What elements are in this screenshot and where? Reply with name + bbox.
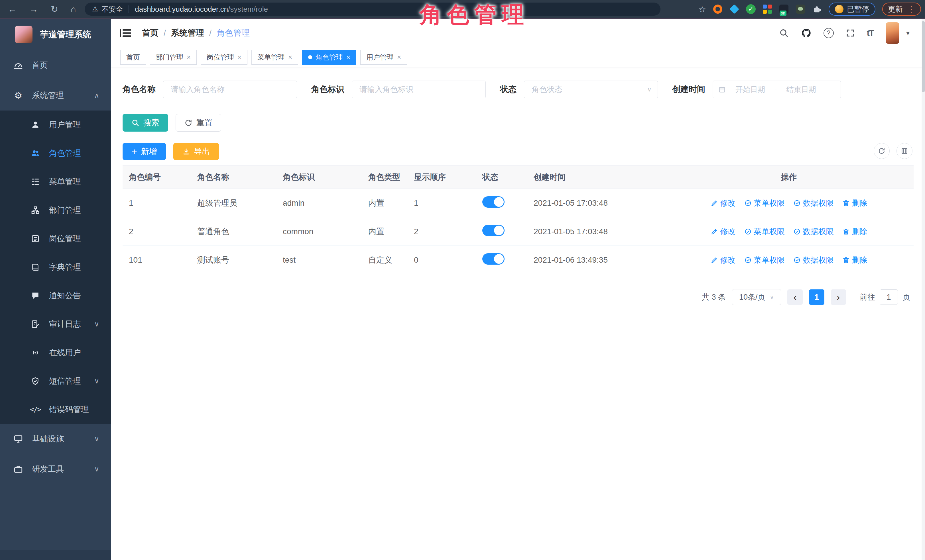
export-button-label: 导出 [194,146,210,157]
status-toggle[interactable] [482,225,505,236]
sidebar-item-dict[interactable]: 字典管理 [0,253,111,281]
breadcrumb-separator: / [209,29,211,38]
menu-permission-link[interactable]: 菜单权限 [744,255,785,265]
sidebar-item-roles[interactable]: 角色管理 [0,139,111,168]
close-icon[interactable]: × [288,53,292,61]
sidebar-item-users[interactable]: 用户管理 [0,111,111,139]
edit-link[interactable]: 修改 [711,255,736,265]
role-name-input[interactable] [163,81,297,98]
data-permission-label: 数据权限 [803,227,834,237]
browser-update-button[interactable]: 更新 ⋮ [882,3,921,16]
calendar-icon [718,86,726,93]
sidebar-item-home[interactable]: 首页 [0,50,111,80]
prev-page-button[interactable]: ‹ [787,290,803,305]
delete-link[interactable]: 删除 [842,227,868,237]
chevron-down-icon: ∨ [94,435,99,443]
status-toggle[interactable] [482,196,505,208]
delete-link[interactable]: 删除 [842,255,868,265]
extension-grid-icon[interactable] [762,4,772,14]
github-icon[interactable] [801,28,812,39]
data-permission-link[interactable]: 数据权限 [793,198,834,208]
close-icon[interactable]: × [346,53,350,61]
avatar-caret-icon[interactable]: ▾ [906,29,910,37]
sidebar-item-error-codes[interactable]: </> 错误码管理 [0,395,111,424]
tag-label: 岗位管理 [207,53,234,62]
role-key-input[interactable] [352,81,486,98]
sidebar-item-label: 错误码管理 [49,404,89,415]
page-size-select[interactable]: 10条/页 ∨ [732,289,781,305]
end-date-input[interactable] [780,85,823,94]
data-permission-link[interactable]: 数据权限 [793,227,834,237]
extension-monkey-icon[interactable] [795,4,805,14]
tag-users[interactable]: 用户管理× [360,50,407,65]
sidebar-item-departments[interactable]: 部门管理 [0,196,111,224]
home-icon[interactable]: ⌂ [71,5,76,14]
search-button[interactable]: 搜索 [123,114,168,132]
refresh-button[interactable] [874,143,890,159]
next-page-button[interactable]: › [831,290,846,305]
status-select[interactable] [524,81,658,98]
sidebar-item-infrastructure[interactable]: 基础设施 ∨ [0,424,111,454]
profile-paused-chip[interactable]: 已暂停 [829,3,875,16]
edit-link[interactable]: 修改 [711,227,736,237]
sidebar-item-sms[interactable]: 短信管理 ∨ [0,367,111,395]
reset-button[interactable]: 重置 [176,114,221,132]
edit-link[interactable]: 修改 [711,198,736,208]
start-date-input[interactable] [729,85,771,94]
back-icon[interactable]: ← [8,5,17,14]
avatar[interactable] [886,22,899,44]
close-icon[interactable]: × [238,53,241,61]
role-name-label: 角色名称 [123,84,156,95]
forward-icon[interactable]: → [29,5,38,14]
hamburger-icon[interactable] [120,28,131,38]
browser-menu-icon[interactable]: ⋮ [907,5,915,14]
close-icon[interactable]: × [187,53,191,61]
status-toggle[interactable] [482,253,505,264]
search-icon[interactable] [779,28,789,38]
goto-page: 前往 页 [860,290,910,305]
extension-dark-icon[interactable]: on [779,4,789,14]
browser-nav-buttons: ← → ↻ ⌂ [8,5,76,14]
tag-menus[interactable]: 菜单管理× [252,50,298,65]
delete-link[interactable]: 删除 [842,198,868,208]
current-page-button[interactable]: 1 [809,290,824,305]
help-icon[interactable]: ? [824,28,834,38]
date-range-picker[interactable]: - [713,81,841,98]
emoji-face-icon [835,5,844,14]
sidebar-item-online-users[interactable]: 在线用户 [0,338,111,367]
sidebar-item-system[interactable]: ⚙ 系统管理 ∧ [0,80,111,111]
puzzle-icon[interactable] [812,4,822,14]
sidebar-item-menus[interactable]: 菜单管理 [0,168,111,196]
goto-page-input[interactable] [880,290,898,305]
data-permission-link[interactable]: 数据权限 [793,255,834,265]
breadcrumb-home[interactable]: 首页 [142,27,158,39]
extension-orange-icon[interactable] [713,4,723,14]
column-settings-button[interactable] [896,143,913,159]
tag-roles-active[interactable]: 角色管理× [302,50,356,65]
tag-departments[interactable]: 部门管理× [150,50,197,65]
menu-permission-link[interactable]: 菜单权限 [744,198,785,208]
sidebar-item-posts[interactable]: 岗位管理 [0,224,111,253]
breadcrumb-section[interactable]: 系统管理 [171,27,204,39]
sidebar-item-notice[interactable]: 通知公告 [0,281,111,310]
font-size-icon[interactable]: tT [867,28,874,38]
chevron-down-icon: ∨ [94,465,99,473]
sidebar-item-dev-tools[interactable]: 研发工具 ∨ [0,454,111,484]
menu-permission-link[interactable]: 菜单权限 [744,227,785,237]
extension-green-icon[interactable]: ✓ [746,4,756,14]
plus-icon: + [131,147,137,156]
address-bar[interactable]: ⚠ 不安全 dashboard.yudao.iocoder.cn /system… [85,3,660,16]
export-button[interactable]: 导出 [173,143,219,160]
add-button[interactable]: + 新增 [123,143,166,160]
close-icon[interactable]: × [397,53,401,61]
bookmark-star-icon[interactable]: ☆ [698,4,706,14]
scrollbar-thumb[interactable] [922,21,925,92]
tag-home[interactable]: 首页 [120,50,146,65]
scrollbar-track[interactable] [922,19,925,560]
fullscreen-icon[interactable] [846,29,855,38]
extension-blue-icon[interactable] [729,4,739,14]
reload-icon[interactable]: ↻ [51,5,58,14]
cell-actions: 修改 菜单权限 数据权限 [664,217,914,246]
tag-posts[interactable]: 岗位管理× [201,50,247,65]
sidebar-item-audit-log[interactable]: 审计日志 ∨ [0,310,111,338]
